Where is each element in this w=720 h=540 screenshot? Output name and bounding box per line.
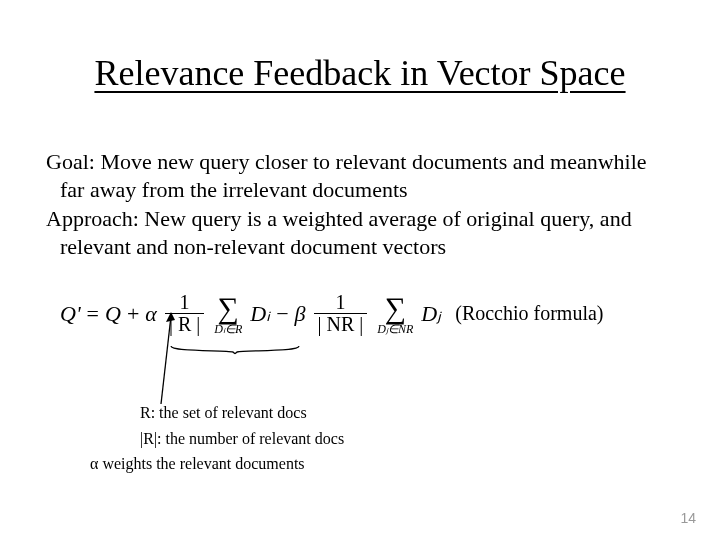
- goal-paragraph: Goal: Move new query closer to relevant …: [46, 148, 674, 203]
- page-number: 14: [680, 510, 696, 526]
- svg-marker-1: [166, 312, 175, 322]
- fraction-one-over-NR: 1 | NR |: [314, 292, 368, 335]
- equals-sign: =: [87, 301, 99, 327]
- formula-area: Q' = Q + α 1 | R | ∑ Dᵢ∈R Dᵢ − β 1 | NR …: [60, 292, 680, 392]
- sigma-icon: ∑: [218, 293, 239, 323]
- note-R-count: |R|: the number of relevant docs: [140, 426, 344, 452]
- plus-sign: +: [127, 301, 139, 327]
- term-Q: Q: [105, 301, 121, 327]
- sum-over-NR: ∑ Dⱼ∈NR: [377, 293, 413, 335]
- rocchio-formula: Q' = Q + α 1 | R | ∑ Dᵢ∈R Dᵢ − β 1 | NR …: [60, 292, 680, 335]
- term-beta: β: [295, 301, 306, 327]
- term-Di: Dᵢ: [250, 301, 270, 327]
- formula-label: (Rocchio formula): [455, 302, 603, 325]
- body-text: Goal: Move new query closer to relevant …: [46, 148, 674, 262]
- sigma-icon: ∑: [385, 293, 406, 323]
- slide-title: Relevance Feedback in Vector Space: [50, 52, 670, 94]
- sum-over-R: ∑ Dᵢ∈R: [214, 293, 242, 335]
- note-R-set: R: the set of relevant docs: [140, 400, 344, 426]
- annotation-notes: R: the set of relevant docs |R|: the num…: [140, 400, 344, 477]
- slide: Relevance Feedback in Vector Space Goal:…: [0, 0, 720, 540]
- arrow-icon: [155, 310, 175, 406]
- approach-paragraph: Approach: New query is a weighted averag…: [46, 205, 674, 260]
- sum2-sub: Dⱼ∈NR: [377, 323, 413, 335]
- underbrace-icon: [170, 345, 300, 359]
- term-Dj: Dⱼ: [421, 301, 441, 327]
- frac1-num: 1: [178, 292, 192, 313]
- frac2-den: | NR |: [314, 313, 368, 335]
- sum1-sub: Dᵢ∈R: [214, 323, 242, 335]
- note-alpha: α weights the relevant documents: [90, 451, 344, 477]
- frac2-num: 1: [333, 292, 347, 313]
- minus-sign: −: [276, 301, 288, 327]
- formula-lhs: Q': [60, 301, 81, 327]
- svg-line-0: [161, 316, 171, 404]
